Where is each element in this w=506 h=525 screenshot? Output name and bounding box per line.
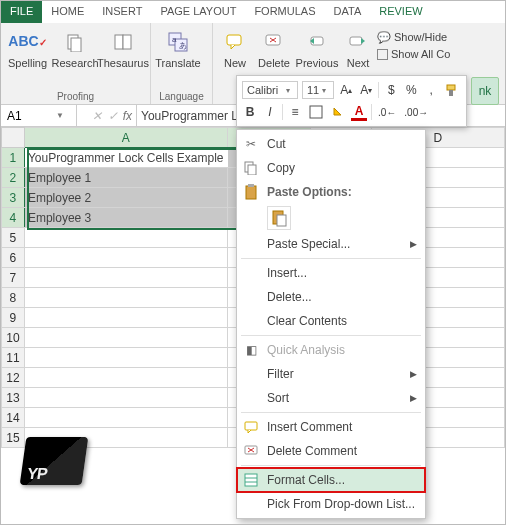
tab-file[interactable]: FILE bbox=[1, 1, 42, 23]
decrease-decimal-button[interactable]: .0← bbox=[376, 103, 398, 121]
row-header[interactable]: 12 bbox=[2, 368, 25, 388]
row-header[interactable]: 15 bbox=[2, 428, 25, 448]
col-header-a[interactable]: A bbox=[24, 128, 227, 148]
row-header[interactable]: 5 bbox=[2, 228, 25, 248]
row-header[interactable]: 7 bbox=[2, 268, 25, 288]
svg-rect-1 bbox=[71, 38, 81, 52]
tab-page-layout[interactable]: PAGE LAYOUT bbox=[151, 1, 245, 23]
enter-icon[interactable]: ✓ bbox=[105, 109, 121, 123]
row-header[interactable]: 3 bbox=[2, 188, 25, 208]
row-header[interactable]: 13 bbox=[2, 388, 25, 408]
spelling-button[interactable]: ABC✓ Spelling bbox=[5, 27, 50, 69]
delete-comment-icon bbox=[261, 29, 287, 55]
previous-comment-button[interactable]: Previous bbox=[295, 27, 339, 69]
select-all-corner[interactable] bbox=[2, 128, 25, 148]
ctx-copy[interactable]: Copy bbox=[237, 156, 425, 180]
row-header[interactable]: 2 bbox=[2, 168, 25, 188]
ctx-insert[interactable]: Insert... bbox=[237, 261, 425, 285]
paste-option-default[interactable] bbox=[267, 206, 291, 230]
italic-button[interactable]: I bbox=[262, 103, 278, 121]
font-combo[interactable]: Calibri▾ bbox=[242, 81, 298, 99]
tab-insert[interactable]: INSERT bbox=[93, 1, 151, 23]
name-box[interactable]: ▼ bbox=[1, 105, 77, 126]
name-box-dropdown-icon[interactable]: ▼ bbox=[53, 111, 67, 120]
align-button[interactable]: ≡ bbox=[287, 103, 303, 121]
font-color-button[interactable]: A bbox=[351, 103, 367, 121]
new-comment-icon bbox=[222, 29, 248, 55]
row-header[interactable]: 1 bbox=[2, 148, 25, 168]
delete-comment-button[interactable]: Delete bbox=[255, 27, 293, 69]
cell[interactable] bbox=[24, 348, 227, 368]
cell-a1[interactable]: YouProgrammer Lock Cells Example bbox=[24, 148, 227, 168]
ctx-pick-from-list[interactable]: Pick From Drop-down List... bbox=[237, 492, 425, 516]
tab-review[interactable]: REVIEW bbox=[370, 1, 431, 23]
grow-font-button[interactable]: A▴ bbox=[338, 81, 354, 99]
ctx-delete[interactable]: Delete... bbox=[237, 285, 425, 309]
ink-button[interactable]: nk bbox=[471, 77, 499, 105]
research-button[interactable]: Research bbox=[52, 27, 98, 69]
ctx-cut[interactable]: ✂ Cut bbox=[237, 132, 425, 156]
previous-icon bbox=[304, 29, 330, 55]
currency-button[interactable]: $ bbox=[383, 81, 399, 99]
show-hide-comment[interactable]: 💬 Show/Hide bbox=[377, 29, 450, 45]
svg-rect-13 bbox=[449, 90, 453, 96]
border-button[interactable] bbox=[307, 103, 325, 121]
next-comment-button[interactable]: Next bbox=[341, 27, 375, 69]
ctx-filter[interactable]: Filter▶ bbox=[237, 362, 425, 386]
font-size-combo[interactable]: 11▾ bbox=[302, 81, 334, 99]
group-language-label: Language bbox=[151, 90, 212, 104]
cell[interactable] bbox=[24, 228, 227, 248]
cell[interactable] bbox=[24, 368, 227, 388]
submenu-arrow-icon: ▶ bbox=[410, 393, 417, 403]
svg-rect-18 bbox=[248, 184, 254, 187]
delete-comment-icon bbox=[241, 441, 261, 461]
row-header[interactable]: 14 bbox=[2, 408, 25, 428]
new-comment-button[interactable]: New bbox=[217, 27, 253, 69]
increase-decimal-button[interactable]: .00→ bbox=[402, 103, 430, 121]
svg-rect-23 bbox=[245, 474, 257, 486]
cell[interactable] bbox=[24, 308, 227, 328]
cell[interactable] bbox=[24, 268, 227, 288]
submenu-arrow-icon: ▶ bbox=[410, 369, 417, 379]
comma-button[interactable]: , bbox=[423, 81, 439, 99]
row-header[interactable]: 9 bbox=[2, 308, 25, 328]
translate-button[interactable]: aあ Translate bbox=[155, 27, 201, 69]
thesaurus-button[interactable]: Thesaurus bbox=[100, 27, 146, 69]
row-header[interactable]: 10 bbox=[2, 328, 25, 348]
ctx-format-cells[interactable]: Format Cells... bbox=[237, 468, 425, 492]
cell[interactable] bbox=[24, 248, 227, 268]
cell-a4[interactable]: Employee 3 bbox=[24, 208, 227, 228]
cell-a2[interactable]: Employee 1 bbox=[24, 168, 227, 188]
cell[interactable] bbox=[24, 388, 227, 408]
thesaurus-icon bbox=[110, 29, 136, 55]
cell-a3[interactable]: Employee 2 bbox=[24, 188, 227, 208]
shrink-font-button[interactable]: A▾ bbox=[358, 81, 374, 99]
row-header[interactable]: 11 bbox=[2, 348, 25, 368]
ctx-insert-comment[interactable]: Insert Comment bbox=[237, 415, 425, 439]
percent-button[interactable]: % bbox=[403, 81, 419, 99]
format-painter-icon[interactable] bbox=[443, 81, 461, 99]
bold-button[interactable]: B bbox=[242, 103, 258, 121]
row-header[interactable]: 6 bbox=[2, 248, 25, 268]
tab-home[interactable]: HOME bbox=[42, 1, 93, 23]
row-header[interactable]: 4 bbox=[2, 208, 25, 228]
cell[interactable] bbox=[24, 328, 227, 348]
ctx-clear-contents[interactable]: Clear Contents bbox=[237, 309, 425, 333]
fill-color-button[interactable] bbox=[329, 103, 347, 121]
copy-icon bbox=[241, 158, 261, 178]
cell[interactable] bbox=[24, 408, 227, 428]
tab-formulas[interactable]: FORMULAS bbox=[245, 1, 324, 23]
ctx-paste-special[interactable]: Paste Special... ▶ bbox=[237, 232, 425, 256]
cancel-icon[interactable]: ✕ bbox=[89, 109, 105, 123]
row-header[interactable]: 8 bbox=[2, 288, 25, 308]
tab-data[interactable]: DATA bbox=[325, 1, 371, 23]
cell[interactable] bbox=[24, 288, 227, 308]
context-menu: ✂ Cut Copy Paste Options: Paste Special.… bbox=[236, 129, 426, 519]
svg-rect-11 bbox=[350, 37, 362, 45]
svg-rect-2 bbox=[115, 35, 123, 49]
fx-button[interactable]: fx bbox=[121, 109, 132, 123]
ctx-sort[interactable]: Sort▶ bbox=[237, 386, 425, 410]
show-all-comments[interactable]: Show All Co bbox=[377, 46, 450, 62]
name-box-input[interactable] bbox=[5, 108, 53, 124]
ctx-delete-comment[interactable]: Delete Comment bbox=[237, 439, 425, 463]
